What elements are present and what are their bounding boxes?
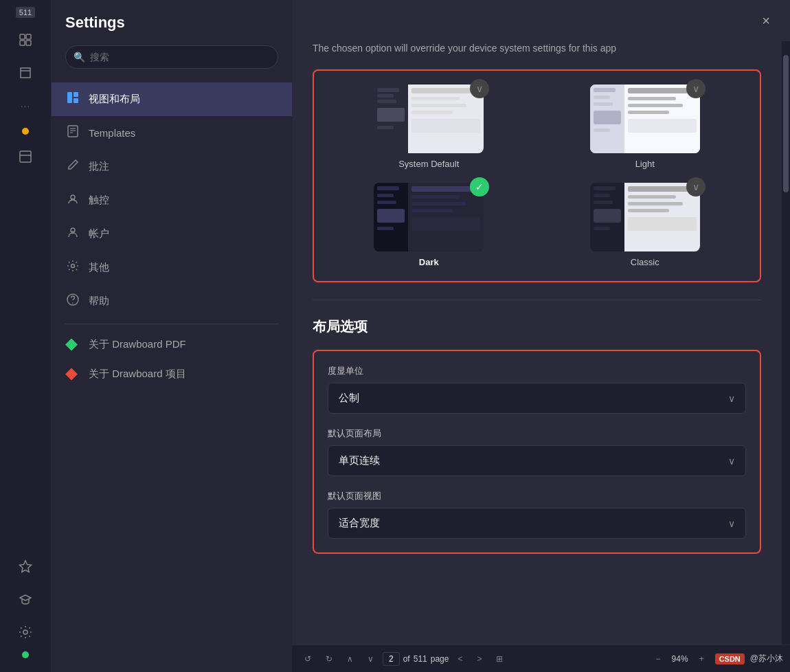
nav-item-about-drawboard[interactable]: 关于 Drawboard PDF — [52, 330, 292, 359]
svg-rect-12 — [68, 126, 78, 137]
dark-preview: ✓ — [374, 183, 484, 251]
scrollbar-thumb[interactable] — [783, 55, 789, 192]
next-page-button[interactable]: > — [471, 652, 487, 666]
svg-rect-2 — [20, 41, 25, 45]
system-default-check: ∨ — [470, 79, 489, 98]
search-input[interactable] — [65, 45, 278, 69]
page-up-button[interactable]: ∧ — [341, 652, 359, 666]
zoom-level: 94% — [672, 654, 688, 664]
measurement-unit-select[interactable]: 公制 ∨ — [328, 383, 746, 414]
svg-rect-5 — [20, 151, 31, 162]
nav-label-other: 其他 — [89, 261, 109, 274]
search-icon: 🔍 — [74, 52, 85, 63]
nav-label-help: 帮助 — [89, 295, 109, 308]
theme-option-classic[interactable]: ∨ — [544, 183, 747, 267]
username: @苏小沐 — [750, 653, 783, 664]
book-icon[interactable] — [12, 59, 39, 87]
dots-icon: ··· — [12, 92, 39, 120]
current-page[interactable]: 2 — [383, 652, 400, 666]
star-icon[interactable] — [12, 552, 39, 580]
measurement-unit-chevron: ∨ — [728, 393, 735, 404]
svg-rect-1 — [26, 34, 31, 39]
dark-check: ✓ — [470, 177, 489, 197]
main-content: × The chosen option will override your d… — [292, 0, 790, 672]
svg-point-19 — [71, 265, 75, 268]
nav-label-about-drawboard: 关于 Drawboard PDF — [89, 338, 186, 351]
nav-item-help[interactable]: 帮助 — [52, 284, 292, 318]
content-header: × — [292, 0, 790, 41]
prev-page-button[interactable]: < — [452, 652, 468, 666]
svg-marker-7 — [20, 561, 32, 572]
scrollbar[interactable] — [782, 41, 790, 645]
nav-item-account[interactable]: 帐户 — [52, 217, 292, 251]
light-label: Light — [635, 159, 655, 169]
theme-option-system-default[interactable]: ∨ — [328, 85, 530, 169]
nav-label-templates: Templates — [89, 127, 135, 139]
color-dot — [22, 128, 29, 135]
svg-rect-0 — [20, 34, 25, 39]
nav-item-view-layout[interactable]: 视图和布局 — [52, 82, 292, 116]
graduation-icon[interactable] — [12, 585, 39, 613]
settings-icon[interactable] — [12, 618, 39, 646]
theme-grid: ∨ — [328, 85, 746, 267]
page-info: 2 of 511 page — [383, 652, 449, 666]
default-layout-chevron: ∨ — [728, 456, 735, 467]
svg-point-8 — [23, 630, 27, 634]
nav-label-view-layout: 视图和布局 — [89, 93, 140, 106]
touch-icon — [65, 192, 80, 209]
redo-button[interactable]: ↻ — [320, 652, 338, 666]
theme-option-dark[interactable]: ✓ — [328, 183, 530, 267]
drawboard-red-icon — [65, 368, 80, 381]
total-pages: 511 — [414, 654, 427, 664]
classic-check: ∨ — [686, 177, 706, 197]
theme-option-light[interactable]: ∨ — [544, 85, 747, 169]
nav-item-about-projects[interactable]: 关于 Drawboard 项目 — [52, 359, 292, 389]
layout-icon — [65, 91, 80, 108]
page-down-button[interactable]: ∨ — [362, 652, 379, 666]
svg-rect-11 — [74, 98, 78, 103]
grid-view-button[interactable]: ⊞ — [490, 652, 508, 666]
measurement-unit-label: 度显单位 — [328, 365, 746, 377]
theme-grid-wrapper: ∨ — [313, 69, 761, 282]
nav-label-about-projects: 关于 Drawboard 项目 — [89, 368, 186, 381]
svg-point-21 — [72, 302, 74, 304]
measurement-unit-group: 度显单位 公制 ∨ — [328, 365, 746, 414]
measurement-unit-value: 公制 — [339, 392, 359, 405]
account-icon — [65, 225, 80, 243]
bottom-toolbar: ↺ ↻ ∧ ∨ 2 of 511 page < > ⊞ − 94% + CSDN… — [292, 645, 790, 672]
gear-icon — [65, 259, 80, 276]
settings-nav: 视图和布局 Templates 批注 — [52, 82, 292, 389]
of-text: of — [403, 654, 410, 664]
layout-section-title: 布局选项 — [313, 317, 761, 336]
bottom-nav-section — [12, 552, 39, 665]
default-layout-select[interactable]: 单页连续 ∨ — [328, 445, 746, 476]
close-button[interactable]: × — [756, 10, 776, 31]
svg-rect-10 — [74, 92, 78, 97]
zoom-in-button[interactable]: + — [694, 652, 710, 666]
app-badge: 511 — [16, 7, 35, 18]
template-icon — [65, 124, 80, 142]
svg-rect-9 — [67, 92, 72, 103]
nav-item-other[interactable]: 其他 — [52, 251, 292, 284]
undo-button[interactable]: ↺ — [299, 652, 317, 666]
nav-item-touch[interactable]: 触控 — [52, 183, 292, 217]
light-check: ∨ — [686, 79, 706, 98]
drawboard-green-icon — [65, 339, 80, 351]
zoom-out-button[interactable]: − — [651, 652, 666, 666]
page-text: page — [431, 654, 449, 664]
section-separator — [313, 300, 761, 300]
help-icon — [65, 293, 80, 310]
pages2-icon[interactable] — [12, 143, 39, 170]
default-view-select[interactable]: 适合宽度 ∨ — [328, 508, 746, 539]
layout-options-wrapper: 度显单位 公制 ∨ 默认页面布局 单页连续 ∨ 默认页面视图 — [313, 350, 761, 554]
pages-icon[interactable] — [12, 26, 39, 54]
default-view-group: 默认页面视图 适合宽度 ∨ — [328, 490, 746, 539]
toolbar-right: − 94% + CSDN @苏小沐 — [651, 652, 783, 666]
settings-panel: Settings 🔍 视图和布局 — [52, 0, 292, 672]
nav-item-annotation[interactable]: 批注 — [52, 150, 292, 183]
nav-label-account: 帐户 — [89, 227, 109, 240]
nav-item-templates[interactable]: Templates — [52, 116, 292, 150]
content-body: The chosen option will override your dev… — [292, 41, 782, 645]
hint-text: The chosen option will override your dev… — [313, 41, 761, 56]
default-view-value: 适合宽度 — [339, 517, 380, 530]
